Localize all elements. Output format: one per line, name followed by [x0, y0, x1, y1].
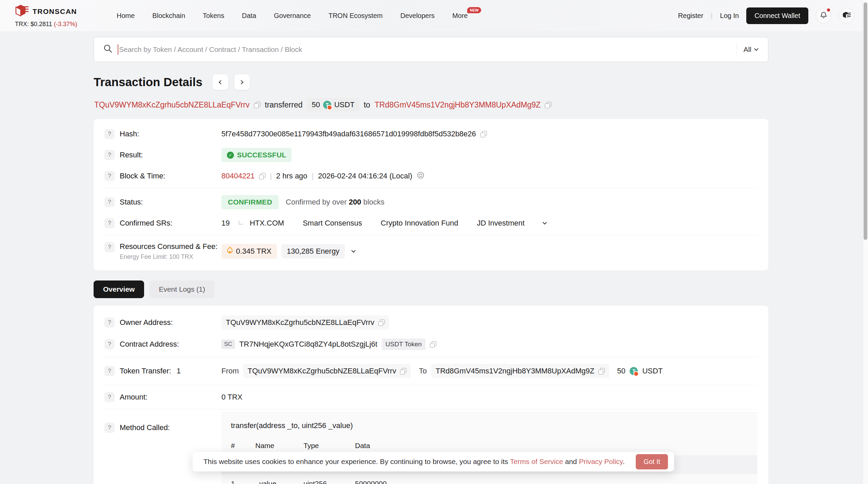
search-filter-dropdown[interactable]: All [744, 45, 759, 54]
copy-icon[interactable] [480, 131, 487, 137]
table-header-row: # Name Type Data [221, 442, 757, 450]
to-word: to [364, 100, 370, 110]
title-row: Transaction Details [94, 74, 868, 90]
help-icon[interactable]: ? [104, 197, 115, 207]
hash-row: ? Hash: 5f7e458d77300e085e1179943fb49ada… [104, 124, 757, 143]
copy-icon[interactable] [598, 368, 605, 374]
help-icon[interactable]: ? [104, 392, 115, 402]
token-transfer-row: ? Token Transfer: 1 From TQuV9WYM8xKcZgr… [104, 360, 757, 383]
chevron-left-icon [219, 80, 223, 84]
divider [104, 188, 757, 188]
owner-address-row: ? Owner Address: TQuV9WYM8xKcZgrhu5cbNZE… [104, 311, 757, 334]
help-icon[interactable]: ? [104, 317, 115, 328]
copy-icon[interactable] [400, 368, 407, 374]
help-icon[interactable]: ? [104, 366, 115, 376]
check-icon: ✓ [227, 152, 234, 159]
nav-item-more[interactable]: More NEW [452, 12, 468, 20]
nav-item-governance[interactable]: Governance [274, 12, 311, 20]
cookie-banner: This website uses cookies to enhance you… [193, 452, 674, 471]
nav-item-blockchain[interactable]: Blockchain [152, 12, 185, 20]
nav-item-data[interactable]: Data [242, 12, 256, 20]
brand-block[interactable]: TRONSCAN TRX: $0.2811 (-3.37%) [15, 4, 93, 28]
got-it-button[interactable]: Got It [636, 454, 668, 469]
block-time-row: ? Block & Time: 80404221 | 2 hrs ago | 2… [104, 167, 757, 186]
bell-icon [820, 11, 828, 21]
transfer-word: transferred [265, 100, 302, 110]
sc-badge: SC [221, 340, 235, 349]
help-icon[interactable]: ? [104, 171, 115, 181]
tronscan-logo-icon [15, 4, 29, 19]
brand-name: TRONSCAN [33, 7, 77, 16]
terms-of-service-link[interactable]: Terms of Service [510, 458, 563, 465]
login-link[interactable]: Log In [720, 12, 739, 20]
help-icon[interactable]: ? [104, 218, 115, 228]
help-icon[interactable]: ? [104, 242, 115, 252]
help-icon[interactable]: ? [104, 339, 115, 349]
help-icon[interactable]: ? [104, 150, 115, 160]
contract-address-row: ? Contract Address: SC TR7NHqjeKQxGTCi8q… [104, 334, 757, 354]
energy-pill: 130,285 Energy [281, 244, 345, 258]
next-transaction-button[interactable] [234, 74, 250, 90]
method-called-row: ? Method Called: transfer(address _to, u… [104, 412, 757, 484]
transfer-to-address: TRd8GmV45ms1V2ngjHb8Y3MM8UpXAdMg9Z [431, 364, 609, 378]
help-icon[interactable]: ? [104, 423, 115, 433]
chevron-down-icon[interactable] [542, 220, 547, 225]
tab-event-logs[interactable]: Event Logs (1) [149, 280, 215, 298]
chevron-down-icon[interactable] [351, 248, 356, 253]
fee-pill: 0.345 TRX [221, 244, 277, 259]
nav-item-tokens[interactable]: Tokens [203, 12, 224, 20]
hash-value: 5f7e458d77300e085e1179943fb49adaf6316865… [221, 130, 476, 138]
copy-icon[interactable] [378, 320, 385, 326]
top-bar: TRONSCAN TRX: $0.2811 (-3.37%) Home Bloc… [0, 0, 868, 31]
copy-icon[interactable] [545, 102, 551, 108]
help-icon[interactable]: ? [104, 129, 115, 139]
notifications-button[interactable] [816, 8, 831, 23]
amount-value: 0 TRX [221, 393, 242, 402]
stacked-cube-icon [842, 11, 851, 21]
tab-overview[interactable]: Overview [94, 280, 144, 298]
trx-price: TRX: $0.2811 (-3.37%) [15, 21, 93, 28]
method-panel: transfer(address _to, uint256 _value) # … [221, 412, 757, 484]
register-link[interactable]: Register [678, 12, 703, 20]
sr-name[interactable]: Crypto Innovation Fund [381, 219, 458, 228]
nav-item-tron-ecosystem[interactable]: TRON Ecosystem [329, 12, 383, 20]
status-note: Confirmed by over 200 blocks [286, 198, 384, 207]
srs-count: 19 [221, 219, 230, 228]
divider [104, 409, 757, 409]
new-badge: NEW [467, 7, 481, 13]
from-address-link[interactable]: TQuV9WYM8xKcZgrhu5cbNZE8LLaEqFVrrv [94, 100, 250, 110]
transfer-token: USDT [642, 367, 663, 375]
block-number-link[interactable]: 80404221 [221, 172, 255, 180]
nav-item-developers[interactable]: Developers [400, 12, 435, 20]
sr-name[interactable]: JD Investment [477, 219, 525, 228]
chevron-right-icon [239, 80, 244, 84]
time-ago: 2 hrs ago [276, 172, 308, 180]
privacy-policy-link[interactable]: Privacy Policy [579, 458, 623, 465]
sr-name[interactable]: Smart Consensus [303, 219, 362, 228]
resources-button[interactable] [839, 8, 854, 23]
nav-item-home[interactable]: Home [117, 12, 135, 20]
table-row: 1 _value uint256 50000000 [221, 480, 757, 484]
copy-icon[interactable] [254, 102, 260, 108]
amount-pill: 50 T USDT [307, 98, 359, 112]
to-address-link[interactable]: TRd8GmV45ms1V2ngjHb8Y3MM8UpXAdMg9Z [375, 100, 541, 110]
prev-transaction-button[interactable] [213, 74, 228, 90]
notification-dot [827, 8, 830, 12]
search-input[interactable] [119, 45, 730, 54]
amount-row: ? Amount: 0 TRX [104, 388, 757, 407]
connect-wallet-button[interactable]: Connect Wallet [746, 7, 808, 24]
status-badge: CONFIRMED [221, 195, 279, 209]
main-nav: Home Blockchain Tokens Data Governance T… [117, 12, 468, 20]
copy-icon[interactable] [259, 173, 265, 179]
clock-icon[interactable] [417, 171, 425, 181]
transfer-from-address: TQuV9WYM8xKcZgrhu5cbNZE8LLaEqFVrrv [243, 364, 411, 378]
sr-name[interactable]: HTX.COM [250, 219, 284, 228]
copy-icon[interactable] [430, 341, 436, 348]
divider: | [711, 12, 712, 20]
scrollbar-thumb[interactable] [864, 2, 867, 240]
detail-tabs: Overview Event Logs (1) [94, 280, 868, 298]
scrollbar-track[interactable] [863, 0, 868, 484]
top-right-actions: Register | Log In Connect Wallet [678, 7, 854, 24]
transfer-amount: 50 [617, 367, 625, 375]
contract-address[interactable]: TR7NHqjeKQxGTCi8q8ZY4pL8otSzgjLj6t [239, 340, 377, 349]
